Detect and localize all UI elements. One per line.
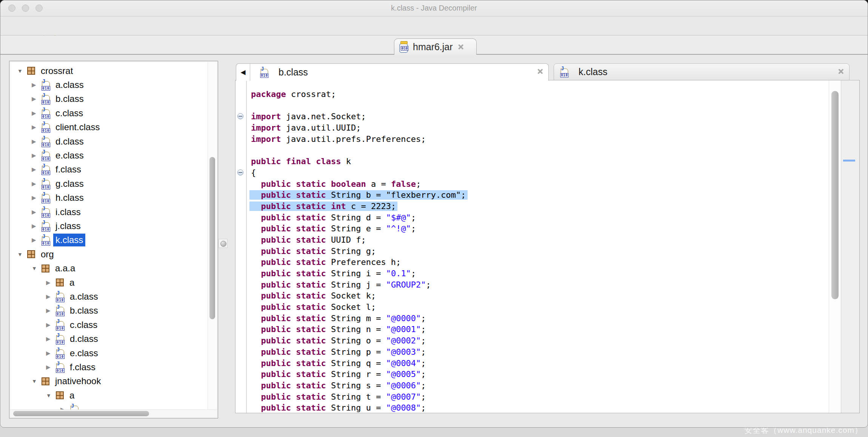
expand-arrow-icon[interactable]: ▶	[32, 223, 42, 229]
collapse-arrow-icon[interactable]: ▼	[32, 265, 42, 271]
titlebar[interactable]: k.class - Java Decompiler	[0, 0, 868, 17]
close-tab-icon[interactable]: ×	[537, 66, 543, 76]
tree-item-g.class[interactable]: ▶J010g.class	[11, 177, 207, 191]
tree-item-c.class[interactable]: ▶J010c.class	[11, 318, 207, 332]
binary-badge: 010	[56, 354, 65, 359]
expand-arrow-icon[interactable]: ▶	[32, 110, 42, 117]
expand-arrow-icon[interactable]: ▶	[46, 307, 56, 314]
code-line: public static String o = "@0002";	[251, 335, 825, 346]
tree-horizontal-scrollbar-thumb[interactable]	[13, 411, 149, 416]
tree-item-a.a.a[interactable]: ▼a.a.a	[11, 261, 207, 275]
code-editor[interactable]: package crossrat;import java.net.Socket;…	[235, 80, 860, 413]
code-line: public static String g;	[251, 246, 825, 257]
expand-arrow-icon[interactable]: ▶	[46, 364, 56, 371]
expand-arrow-icon[interactable]: ▶	[32, 138, 42, 145]
split-pane-handle[interactable]	[219, 239, 228, 248]
expand-arrow-icon[interactable]: ▶	[32, 95, 42, 102]
expand-arrow-icon[interactable]: ▶	[46, 350, 56, 357]
tree-item-f.class[interactable]: ▶J010f.class	[11, 163, 207, 177]
expand-arrow-icon[interactable]: ▶	[46, 322, 56, 328]
expand-arrow-icon[interactable]: ▶	[46, 293, 56, 300]
java-letter: J	[57, 346, 60, 352]
editor-vertical-scrollbar-thumb[interactable]	[831, 91, 839, 299]
tree-vertical-scrollbar[interactable]	[208, 62, 217, 410]
tree-rows: ▼crossrat▶J010a.class▶J010b.class▶J010c.…	[11, 62, 207, 411]
tree-item-label: f.class	[70, 362, 95, 372]
tree-item-d.class[interactable]: ▶J010d.class	[11, 332, 207, 346]
expand-arrow-icon[interactable]: ▶	[32, 124, 42, 131]
split-knob-icon	[220, 241, 226, 247]
annotation-ruler[interactable]	[841, 80, 859, 413]
class-file-icon: J010	[42, 80, 50, 90]
selection-marker[interactable]	[843, 160, 855, 162]
tree-item-f.class[interactable]: ▶J010f.class	[11, 360, 207, 374]
tree-item-e.class[interactable]: ▶J010e.class	[11, 148, 207, 162]
collapse-arrow-icon[interactable]: ▼	[17, 68, 27, 74]
expand-arrow-icon[interactable]: ▶	[46, 279, 56, 286]
binary-badge: 010	[42, 227, 50, 232]
code-line: import java.util.prefs.Preferences;	[251, 134, 825, 145]
editor-vertical-scrollbar[interactable]	[829, 80, 841, 413]
expand-arrow-icon[interactable]: ▶	[32, 152, 42, 159]
tree-item-e.class[interactable]: ▶J010e.class	[11, 346, 207, 360]
expand-arrow-icon[interactable]: ▶	[32, 82, 42, 88]
tree-item-crossrat[interactable]: ▼crossrat	[11, 64, 207, 78]
tree-item-label: b.class	[55, 94, 84, 104]
tree-item-j.class[interactable]: ▶J010j.class	[11, 219, 207, 233]
java-letter: J	[42, 78, 45, 84]
code-line: public static String t = "@0007";	[251, 391, 825, 403]
class-file-icon: J010	[56, 348, 65, 359]
editor-tab-k-class[interactable]: J 010 k.class ×	[554, 63, 850, 80]
code-line: {	[251, 167, 825, 178]
tree-item-a[interactable]: ▼a	[11, 388, 207, 402]
expand-arrow-icon[interactable]: ▶	[32, 237, 42, 243]
expand-arrow-icon[interactable]: ▶	[32, 194, 42, 201]
tree-item-a[interactable]: ▶a	[11, 275, 207, 289]
scroll-tabs-left-button[interactable]: ◀	[236, 64, 250, 81]
package-tree-panel[interactable]: ▼crossrat▶J010a.class▶J010b.class▶J010c.…	[9, 61, 218, 419]
code-line: public static String j = "GROUP2";	[251, 279, 825, 291]
tree-item-i.class[interactable]: ▶J010i.class	[11, 205, 207, 219]
expand-arrow-icon[interactable]: ▶	[32, 180, 42, 187]
class-file-icon: J 010	[260, 67, 269, 77]
tree-item-jnativehook[interactable]: ▼jnativehook	[11, 374, 207, 388]
jar-tab-bar: 010 hmar6.jar ×	[0, 35, 868, 55]
tree-horizontal-scrollbar[interactable]	[10, 409, 217, 417]
screen: 安全客（www.anquanke.com） k.class - Java Dec…	[0, 0, 868, 437]
collapse-arrow-icon[interactable]: ▼	[46, 392, 56, 399]
class-file-icon: J010	[42, 94, 50, 104]
package-icon	[27, 250, 35, 258]
editor-tab-b-class[interactable]: ◀ J 010 b.class ×	[236, 63, 549, 81]
selected-code: public static String b = "flexberry.com"…	[251, 190, 466, 200]
tree-vertical-scrollbar-thumb[interactable]	[209, 157, 215, 319]
tree-item-client.class[interactable]: ▶J010client.class	[11, 120, 207, 134]
collapse-arrow-icon[interactable]: ▼	[17, 251, 27, 257]
tree-item-h.class[interactable]: ▶J010h.class	[11, 191, 207, 205]
expand-arrow-icon[interactable]: ▶	[46, 335, 56, 342]
collapse-arrow-icon[interactable]: ▼	[32, 378, 42, 384]
fold-collapse-icon[interactable]	[237, 169, 243, 175]
tree-item-b.class[interactable]: ▶J010b.class	[11, 92, 207, 106]
jd-gui-window: k.class - Java Decompiler	[0, 0, 868, 428]
code-line: public static boolean a = false;	[251, 178, 825, 190]
close-tab-icon[interactable]: ×	[458, 42, 464, 52]
tree-item-c.class[interactable]: ▶J010c.class	[11, 106, 207, 120]
selected-code: public static int c = 2223;	[251, 202, 396, 211]
tab-hmar6-jar[interactable]: 010 hmar6.jar ×	[394, 38, 477, 55]
code-line: public static Socket k;	[251, 290, 825, 302]
tree-item-k.class[interactable]: ▶J010k.class	[11, 233, 207, 247]
tree-item-a.class[interactable]: ▶J010a.class	[11, 78, 207, 92]
tree-item-b.class[interactable]: ▶J010b.class	[11, 304, 207, 318]
tree-item-a.class[interactable]: ▶J010a.class	[11, 289, 207, 303]
code-line: public static UUID f;	[251, 234, 825, 246]
expand-arrow-icon[interactable]: ▶	[32, 209, 42, 215]
java-letter: J	[57, 290, 60, 296]
tree-item-d.class[interactable]: ▶J010d.class	[11, 134, 207, 148]
java-letter: J	[57, 360, 60, 366]
binary-badge: 010	[42, 241, 50, 246]
expand-arrow-icon[interactable]: ▶	[32, 166, 42, 173]
close-tab-icon[interactable]: ×	[838, 66, 844, 76]
tree-item-label: h.class	[55, 192, 84, 203]
tree-item-org[interactable]: ▼org	[11, 247, 207, 261]
package-icon	[56, 279, 64, 286]
